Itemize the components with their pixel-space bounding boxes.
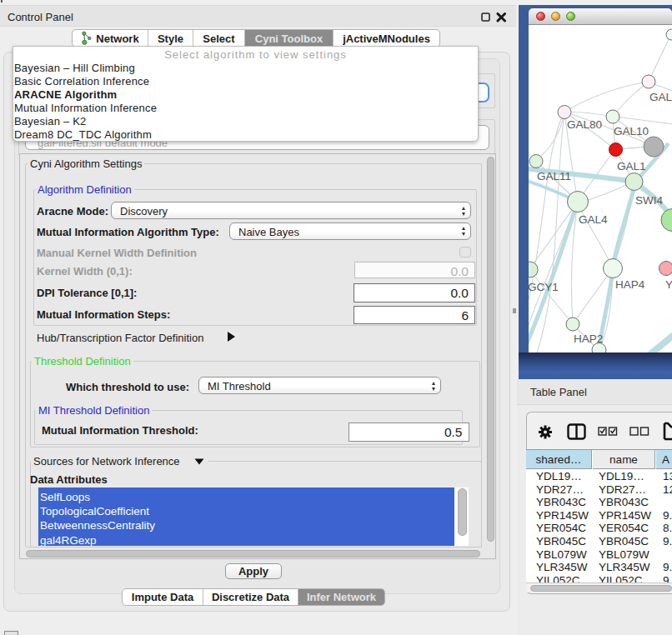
svg-text:GAL1: GAL1 xyxy=(617,160,646,172)
svg-text:GAL80: GAL80 xyxy=(567,118,602,131)
svg-text:GAL4: GAL4 xyxy=(579,213,608,226)
svg-text:HAP4: HAP4 xyxy=(615,278,645,291)
svg-text:GAL10: GAL10 xyxy=(614,125,649,138)
svg-text:GAL7: GAL7 xyxy=(649,91,672,103)
svg-text:HAP2: HAP2 xyxy=(574,332,603,345)
svg-text:GCY1: GCY1 xyxy=(529,281,559,293)
svg-text:GAL11: GAL11 xyxy=(537,170,571,182)
svg-text:YJ: YJ xyxy=(665,278,672,291)
svg-text:SWI4: SWI4 xyxy=(635,194,663,207)
